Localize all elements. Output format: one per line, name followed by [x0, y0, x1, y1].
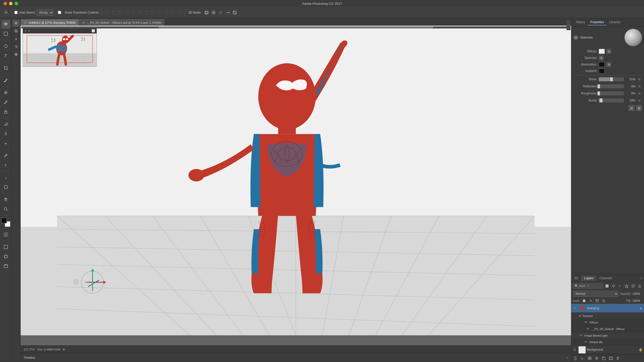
distribute-top-icon[interactable]: ⬛ — [143, 10, 149, 16]
bump-slider-thumb[interactable] — [600, 98, 602, 102]
filter-shape-icon[interactable] — [624, 283, 629, 289]
window-controls[interactable] — [4, 2, 18, 5]
ambient-swatch[interactable] — [599, 68, 605, 74]
panel-action-grid-button[interactable]: ⊞ — [628, 105, 634, 111]
heal-tool[interactable] — [1, 88, 10, 97]
properties-tab[interactable]: Properties — [588, 19, 607, 25]
layer-vis-ibl[interactable]: 👁 — [579, 334, 583, 338]
panel-collapse-button[interactable]: ‹ — [567, 20, 571, 30]
shine-slider-thumb[interactable] — [610, 77, 613, 81]
blend-mode-select[interactable]: Normal — [573, 291, 618, 297]
add-adjustment-button[interactable] — [594, 355, 599, 361]
panel-move-icon[interactable] — [13, 20, 20, 27]
pen-tool[interactable] — [1, 151, 10, 160]
layer-swinging[interactable]: 👁 Swinging ▲ — [571, 304, 644, 313]
roughness-slider[interactable] — [599, 91, 624, 95]
filter-type-icon[interactable]: T — [617, 283, 623, 289]
layer-vis-background[interactable]: 👁 — [573, 348, 577, 352]
diffuse-texture-button[interactable]: ⊞ — [606, 49, 611, 54]
zoom-tool[interactable] — [1, 204, 10, 213]
3d-slide-icon[interactable] — [225, 10, 231, 16]
panel-layer-icon[interactable] — [13, 27, 20, 34]
filter-lock-icon[interactable] — [637, 283, 642, 289]
create-group-button[interactable] — [601, 355, 607, 361]
tab-close-1[interactable]: ✕ — [24, 21, 27, 25]
blur-tool[interactable] — [1, 129, 10, 138]
close-button[interactable] — [4, 2, 7, 5]
shape-tool[interactable] — [1, 183, 10, 192]
diffuse-swatch[interactable] — [599, 49, 605, 54]
crop-tool[interactable] — [1, 63, 10, 73]
path-select-tool[interactable] — [1, 173, 10, 182]
select-tool[interactable] — [1, 29, 10, 38]
frame-tool[interactable] — [1, 262, 10, 271]
eyedropper-tool[interactable] — [1, 76, 10, 85]
layer-textures[interactable]: ◆ Textures — [571, 313, 644, 319]
roughness-slider-thumb[interactable] — [597, 91, 600, 95]
move-tool[interactable] — [1, 20, 10, 29]
type-tool[interactable]: T — [1, 161, 10, 170]
add-fx-button[interactable]: fx — [580, 355, 585, 361]
layer-vis-default-ibl[interactable]: 👁 — [584, 340, 588, 344]
h-scrollbar-thumb[interactable] — [158, 26, 433, 28]
align-center-v-icon[interactable]: ⬛ — [130, 10, 136, 16]
layer-ps3d-diffuse[interactable]: 👁 __PS_3D_Default - Diffuse — [571, 326, 644, 332]
layer-vis-ps3d[interactable]: 👁 — [586, 327, 590, 331]
tab-diffuse[interactable]: ✕ __PS_3D_Default – Diffuse1.psb @ 78.5%… — [79, 19, 165, 26]
3d-orbit-icon[interactable] — [211, 10, 217, 16]
distribute-left-icon[interactable]: ⬛ — [163, 10, 169, 16]
panel-3d-settings-icon[interactable] — [13, 51, 20, 58]
reflection-slider[interactable] — [599, 84, 624, 88]
screen-mode-tool[interactable] — [1, 242, 10, 251]
layer-background[interactable]: 👁 Background 🔒 — [571, 345, 644, 354]
layer-vis-swinging[interactable]: 👁 — [573, 306, 577, 310]
lock-pixels-button[interactable] — [582, 298, 587, 303]
lock-position-button[interactable] — [588, 298, 593, 303]
brush-tool[interactable] — [1, 98, 10, 107]
layer-diffuse[interactable]: 👁 Diffuse — [571, 319, 644, 326]
lock-artboard-button[interactable] — [595, 298, 600, 303]
move-tool-options[interactable] — [2, 9, 10, 17]
libraries-tab[interactable]: Libraries — [607, 19, 623, 25]
filter-adjustment-icon[interactable] — [611, 283, 616, 289]
bump-link-button[interactable]: ⊞ — [637, 98, 642, 103]
channels-tab[interactable]: Channels — [596, 275, 615, 281]
h-scrollbar-track[interactable] — [21, 26, 571, 28]
quick-mask-tool[interactable] — [1, 230, 10, 239]
create-layer-button[interactable] — [608, 355, 614, 361]
specular-texture-button[interactable]: ⊞ — [599, 55, 604, 60]
layer-default-ibl[interactable]: 👁 Default IBL — [571, 339, 644, 345]
3d-scale-icon[interactable] — [232, 10, 238, 16]
lasso-tool[interactable] — [1, 42, 10, 51]
panel-action-delete-button[interactable]: 🗑 — [636, 105, 642, 111]
filter-dropdown-icon[interactable]: ▼ — [587, 285, 589, 287]
align-middle-h-icon[interactable]: ⬛ — [111, 10, 117, 16]
roughness-link-button[interactable]: ⊞ — [637, 91, 642, 96]
shine-link-button[interactable]: ⊞ — [637, 77, 642, 82]
artboard-tool[interactable] — [1, 252, 10, 261]
layers-tab[interactable]: Layers — [581, 275, 596, 281]
layer-vis-diffuse[interactable]: 👁 — [584, 320, 588, 324]
canvas-viewport[interactable]: ⊕ + ↕ — [21, 26, 571, 335]
reflection-link-button[interactable]: ⊞ — [637, 84, 642, 89]
distribute-middle-icon[interactable]: ⬛ — [150, 10, 156, 16]
tab-untitled[interactable]: ✕ Untitled-1 @ 127% (Swinging, RGB/8) — [21, 19, 79, 26]
navigator-expand-icon[interactable]: ⬜ — [92, 29, 95, 32]
dodge-tool[interactable] — [1, 139, 10, 148]
navigator-menu-icon[interactable]: ▼ — [28, 29, 30, 32]
illumination-texture-button[interactable]: ⊞ — [606, 62, 611, 67]
layer-expand-icon[interactable]: ▲ — [639, 306, 642, 310]
stamp-tool[interactable] — [1, 107, 10, 116]
add-mask-button[interactable] — [587, 355, 592, 361]
tab-close-2[interactable]: ✕ — [82, 21, 85, 25]
panel-paragraph-icon[interactable] — [13, 43, 20, 50]
magic-wand-tool[interactable] — [1, 51, 10, 60]
3d-pan-icon[interactable] — [218, 10, 224, 16]
filter-pixel-icon[interactable] — [604, 283, 610, 289]
auto-select-checkbox[interactable] — [14, 11, 18, 14]
bump-slider[interactable] — [599, 98, 624, 102]
align-top-icon[interactable]: ⬛ — [104, 10, 110, 16]
link-layers-button[interactable] — [573, 355, 578, 361]
3d-rotate-icon[interactable] — [204, 10, 210, 16]
lock-all-button[interactable] — [601, 298, 606, 303]
